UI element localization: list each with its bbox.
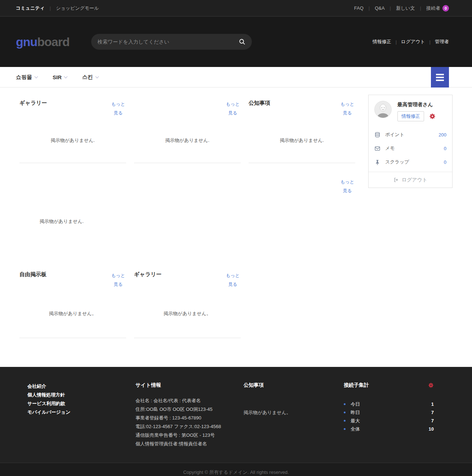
widget-free-board: 自由掲示板 もっと見る 掲示物がありません。 bbox=[19, 266, 126, 338]
chevron-down-icon bbox=[35, 75, 38, 78]
edit-info-button[interactable]: 情報修正 bbox=[397, 111, 424, 121]
footer-link-terms[interactable]: サービス利用約款 bbox=[27, 399, 128, 408]
footer-link-privacy[interactable]: 個人情報処理方針 bbox=[27, 391, 128, 399]
visitors-settings-gear-icon[interactable] bbox=[428, 382, 434, 388]
site-logo[interactable]: gnuboard bbox=[16, 35, 70, 49]
search-button[interactable] bbox=[239, 39, 245, 45]
visitor-stat-value: 7 bbox=[431, 410, 434, 415]
bullet-icon bbox=[344, 420, 346, 422]
widget-gallery-1: ギャラリー もっと見る 掲示物がありません. bbox=[19, 95, 126, 163]
more-link[interactable]: もっと見る bbox=[110, 100, 126, 118]
empty-message: 掲示物がありません。 bbox=[49, 310, 97, 317]
visitor-stat-total: 全体 10 bbox=[344, 425, 434, 433]
chevron-down-icon bbox=[95, 75, 99, 78]
visitor-stat-today: 今日 1 bbox=[344, 400, 434, 408]
widget-title: ギャラリー bbox=[134, 271, 161, 278]
header-link-admin[interactable]: 管理者 bbox=[435, 39, 449, 45]
latest-widgets-area: ギャラリー もっと見る 掲示物がありません. もっと見る 掲示物がありません. bbox=[19, 95, 355, 338]
sidebar-item-scrap[interactable]: スクラップ 0 bbox=[374, 155, 446, 169]
avatar bbox=[374, 101, 392, 118]
username: 最高管理者さん bbox=[397, 102, 436, 108]
visitor-stat-value: 1 bbox=[431, 401, 434, 407]
main-content: ギャラリー もっと見る 掲示物がありません. もっと見る 掲示物がありません. bbox=[19, 87, 453, 338]
header-member-links: 情報修正 | ログアウト | 管理者 bbox=[373, 39, 449, 45]
site-info-line: 個人情報管理責任者:情報責任者名 bbox=[135, 440, 236, 448]
topbar-left: コミュニティ | ショッピングモール bbox=[16, 5, 99, 12]
site-info-line: 事業者登録番号 : 123-45-67890 bbox=[135, 414, 236, 422]
nav-item-label: 쇼핑몰 bbox=[16, 74, 32, 81]
logout-label: ログアウト bbox=[402, 177, 428, 183]
hamburger-icon bbox=[436, 74, 444, 75]
widget-title: ギャラリー bbox=[19, 100, 47, 107]
divider: | bbox=[420, 5, 421, 11]
logo-text-board: board bbox=[37, 35, 69, 49]
sidebar-item-points[interactable]: ポイント 200 bbox=[374, 128, 446, 142]
visitor-stat-max: 最大 7 bbox=[344, 417, 434, 425]
logout-button[interactable]: ログアウト bbox=[369, 172, 452, 188]
stat-label: ポイント bbox=[385, 131, 404, 138]
visitor-stat-value: 10 bbox=[429, 426, 434, 432]
widget-title: 自由掲示板 bbox=[19, 271, 46, 278]
header-link-logout[interactable]: ログアウト bbox=[401, 39, 425, 45]
visitor-stat-value: 7 bbox=[431, 418, 434, 423]
visitor-stat-label: 最大 bbox=[351, 418, 360, 424]
widget-untitled-1: もっと見る 掲示物がありません. bbox=[134, 95, 241, 163]
empty-column bbox=[249, 266, 355, 338]
topbar-right: FAQ | Q&A | 新しい文 | 接続者0 bbox=[354, 5, 449, 12]
connected-users-count-badge: 0 bbox=[442, 5, 449, 12]
nav-item-skin[interactable]: 스킨 bbox=[82, 74, 98, 81]
stat-label: スクラップ bbox=[385, 159, 409, 165]
empty-message: 掲示物がありません. bbox=[51, 137, 95, 144]
topbar-link-shopping-mall[interactable]: ショッピングモール bbox=[56, 5, 99, 12]
widget-gallery-2: ギャラリー もっと見る 掲示物がありません。 bbox=[134, 266, 241, 338]
stat-value: 0 bbox=[444, 160, 446, 165]
widgets-row-3: 自由掲示板 もっと見る 掲示物がありません。 ギャラリー もっと見る 掲示物があ… bbox=[19, 266, 355, 338]
footer-link-mobile[interactable]: モバイルバージョン bbox=[27, 408, 128, 417]
user-panel: 最高管理者さん 情報修正 bbox=[368, 95, 453, 188]
more-link[interactable]: もっと見る bbox=[339, 178, 355, 196]
footer: 会社紹介 個人情報処理方針 サービス利用約款 モバイルバージョン サイト情報 会… bbox=[0, 367, 472, 463]
site-info-line: 会社名 : 会社名/代表 : 代表者名 bbox=[135, 396, 236, 405]
topbar-link-community[interactable]: コミュニティ bbox=[16, 5, 45, 12]
bullet-icon bbox=[344, 412, 346, 413]
sidebar: 最高管理者さん 情報修正 bbox=[368, 95, 453, 338]
visitor-stat-label: 全体 bbox=[351, 426, 360, 432]
visitor-stat-label: 今日 bbox=[351, 401, 360, 408]
topbar-link-qna[interactable]: Q&A bbox=[375, 5, 384, 11]
footer-link-company[interactable]: 会社紹介 bbox=[27, 382, 128, 391]
nav-item-sir[interactable]: SIR bbox=[53, 74, 67, 80]
connected-users-label: 接続者 bbox=[426, 5, 440, 11]
visitor-stat-label: 昨日 bbox=[351, 409, 360, 416]
copyright-text: Copyright © 所有するドメイン. All rights reserve… bbox=[183, 469, 289, 476]
more-link[interactable]: もっと見る bbox=[110, 271, 126, 289]
divider: | bbox=[429, 39, 431, 45]
widget-notice: 公知事項 もっと見る 掲示物がありません. bbox=[249, 95, 355, 163]
pin-icon bbox=[374, 159, 382, 165]
footer-visitors-column: 接続子集計 bbox=[344, 382, 434, 448]
header-link-edit-info[interactable]: 情報修正 bbox=[373, 39, 391, 45]
all-menu-button[interactable] bbox=[431, 67, 449, 87]
topbar-link-connected-users[interactable]: 接続者0 bbox=[426, 5, 449, 12]
footer-site-info-column: サイト情報 会社名 : 会社名/代表 : 代表者名 住所:OO島 OO市 OO区… bbox=[128, 382, 236, 448]
empty-message: 掲示物がありません. bbox=[280, 137, 324, 144]
bullet-icon bbox=[344, 403, 346, 405]
more-link[interactable]: もっと見る bbox=[225, 100, 241, 118]
divider: | bbox=[396, 39, 397, 45]
topbar-link-new-posts[interactable]: 新しい文 bbox=[396, 5, 415, 12]
more-link[interactable]: もっと見る bbox=[225, 271, 241, 289]
footer-notice-column: 公知事項 掲示物がありません。 bbox=[236, 382, 344, 448]
topbar-link-faq[interactable]: FAQ bbox=[354, 5, 364, 11]
nav-item-shopping-mall[interactable]: 쇼핑몰 bbox=[16, 74, 37, 81]
settings-gear-icon[interactable] bbox=[429, 113, 436, 120]
stat-label: メモ bbox=[385, 145, 395, 152]
divider: | bbox=[50, 5, 51, 11]
sidebar-item-memo[interactable]: メモ 0 bbox=[374, 142, 446, 155]
empty-message: 掲示物がありません。 bbox=[244, 409, 344, 416]
widget-latest-wide: もっと見る 掲示物がありません. bbox=[19, 173, 355, 257]
search-input[interactable] bbox=[98, 39, 239, 45]
bullet-icon bbox=[344, 428, 346, 430]
mail-icon bbox=[374, 145, 382, 152]
more-link[interactable]: もっと見る bbox=[339, 100, 355, 118]
divider: | bbox=[369, 5, 370, 11]
main-navigation: 쇼핑몰 SIR 스킨 bbox=[0, 67, 472, 87]
